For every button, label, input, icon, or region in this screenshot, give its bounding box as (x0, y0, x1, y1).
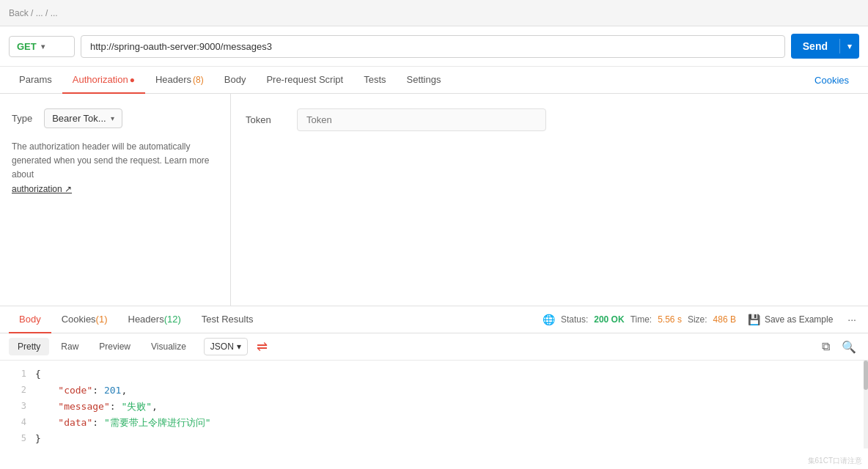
line-number: 4 (6, 415, 26, 429)
send-arrow-icon[interactable]: ▾ (840, 42, 859, 51)
tab-headers[interactable]: Headers(8) (145, 67, 214, 94)
type-chevron-icon: ▾ (111, 114, 114, 122)
line-number: 5 (6, 431, 26, 446)
auth-link[interactable]: authorization ↗ (12, 184, 72, 194)
format-pretty-button[interactable]: Pretty (9, 338, 49, 355)
url-input[interactable] (81, 35, 785, 58)
method-select[interactable]: GET ▾ (9, 36, 75, 57)
format-preview-button[interactable]: Preview (90, 338, 139, 355)
main-content: Type Bearer Tok... ▾ The authorization h… (0, 94, 868, 306)
format-raw-button[interactable]: Raw (52, 338, 87, 355)
line-number: 2 (6, 383, 26, 397)
tabs-right: Cookies (804, 67, 859, 92)
token-row: Token (246, 108, 853, 131)
wrap-icon[interactable]: ⇌ (254, 339, 271, 355)
tab-cookies[interactable]: Cookies (804, 67, 859, 93)
type-value: Bearer Tok... (52, 113, 106, 124)
code-line-1: 1 { (0, 366, 868, 383)
time-label: Time: (630, 314, 652, 325)
breadcrumb: Back / ... / ... (9, 8, 58, 18)
size-label: Size: (688, 314, 707, 325)
response-headers-count: (12) (164, 314, 181, 325)
more-options-button[interactable]: ··· (845, 314, 859, 325)
json-chevron-icon: ▾ (237, 341, 241, 352)
request-tabs: Params Authorization● Headers(8) Body Pr… (0, 67, 868, 94)
method-label: GET (17, 41, 37, 52)
format-right: ⧉ 🔍 (819, 339, 859, 355)
response-tab-test-results[interactable]: Test Results (191, 306, 264, 333)
auth-description: The authorization header will be automat… (12, 140, 218, 196)
tab-pre-request[interactable]: Pre-request Script (256, 67, 353, 94)
json-label: JSON (210, 341, 234, 352)
tab-params[interactable]: Params (9, 67, 62, 94)
save-icon: 💾 (748, 314, 760, 325)
response-tab-body[interactable]: Body (9, 306, 51, 333)
status-bar: 🌐 Status: 200 OK Time: 5.56 s Size: 486 … (542, 314, 859, 325)
tab-body[interactable]: Body (214, 67, 257, 94)
authorization-badge: ● (130, 75, 135, 85)
code-line-2: 2 "code": 201, (0, 383, 868, 399)
line-number: 3 (6, 399, 26, 413)
response-tabs: Body Cookies(1) Headers(12) Test Results… (0, 306, 868, 333)
cookies-count: (1) (96, 314, 108, 325)
send-label: Send (791, 40, 839, 52)
save-example-button[interactable]: 💾 Save as Example (742, 314, 839, 325)
top-bar: Back / ... / ... (0, 0, 868, 26)
token-input[interactable] (297, 108, 546, 131)
code-area: 1 { 2 "code": 201, 3 "message": "失败", 4 … (0, 361, 868, 448)
code-line-4: 4 "data": "需要带上令牌进行访问" (0, 415, 868, 431)
status-label: Status: (561, 314, 588, 325)
size-value: 486 B (713, 314, 736, 325)
response-tab-cookies[interactable]: Cookies(1) (51, 306, 118, 333)
copy-button[interactable]: ⧉ (819, 339, 833, 355)
code-line-5: 5 } (0, 431, 868, 447)
token-label: Token (246, 114, 282, 125)
tab-tests[interactable]: Tests (353, 67, 396, 94)
response-tab-headers[interactable]: Headers(12) (118, 306, 191, 333)
format-bar: Pretty Raw Preview Visualize JSON ▾ ⇌ ⧉ … (0, 333, 868, 361)
scrollbar-thumb[interactable] (864, 361, 868, 390)
search-button[interactable]: 🔍 (839, 339, 859, 355)
code-line-3: 3 "message": "失败", (0, 399, 868, 415)
left-panel: Type Bearer Tok... ▾ The authorization h… (0, 94, 231, 306)
right-panel: Token (231, 94, 868, 306)
type-select[interactable]: Bearer Tok... ▾ (44, 108, 122, 128)
line-number: 1 (6, 366, 26, 381)
time-value: 5.56 s (658, 314, 682, 325)
scrollbar[interactable] (864, 361, 868, 448)
type-label: Type (12, 113, 32, 124)
format-visualize-button[interactable]: Visualize (142, 338, 195, 355)
headers-count: (8) (193, 75, 204, 85)
type-row: Type Bearer Tok... ▾ (12, 108, 218, 128)
method-chevron-icon: ▾ (41, 43, 45, 51)
url-bar: GET ▾ Send ▾ (0, 26, 868, 67)
json-format-select[interactable]: JSON ▾ (204, 338, 248, 355)
tab-authorization[interactable]: Authorization● (62, 67, 145, 94)
globe-icon: 🌐 (542, 314, 555, 325)
send-button[interactable]: Send ▾ (791, 34, 859, 59)
status-code: 200 OK (594, 314, 624, 325)
tab-settings[interactable]: Settings (397, 67, 452, 94)
